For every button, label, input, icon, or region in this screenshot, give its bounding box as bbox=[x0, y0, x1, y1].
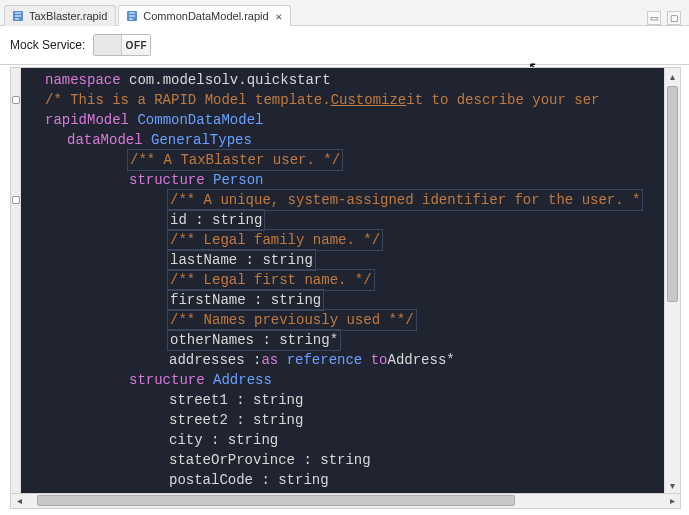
file-icon bbox=[125, 9, 139, 23]
code-line: dataModel GeneralTypes bbox=[41, 130, 664, 150]
editor: namespace com.modelsolv.quickstart /* Th… bbox=[0, 65, 689, 515]
scroll-down-icon[interactable]: ▾ bbox=[665, 477, 680, 493]
scroll-left-icon[interactable]: ◂ bbox=[11, 493, 27, 508]
code-line: /** A TaxBlaster user. */ bbox=[41, 150, 664, 170]
code-line: street2 : string bbox=[41, 410, 664, 430]
toggle-state: OFF bbox=[122, 35, 150, 55]
code-line: /** Legal family name. */ bbox=[41, 230, 664, 250]
code-line: namespace com.modelsolv.quickstart bbox=[41, 70, 664, 90]
fold-marker[interactable] bbox=[12, 196, 20, 204]
scroll-track[interactable] bbox=[665, 84, 680, 477]
fold-gutter[interactable] bbox=[11, 68, 21, 493]
vertical-scrollbar[interactable]: ▴ ▾ bbox=[664, 68, 680, 493]
code-line: /** Names previously used **/ bbox=[41, 310, 664, 330]
code-line: addresses : as reference to Address* bbox=[41, 350, 664, 370]
toolbar: Mock Service: OFF bbox=[0, 26, 689, 65]
code-line: /** A unique, system-assigned identifier… bbox=[41, 190, 664, 210]
code-line: lastName : string bbox=[41, 250, 664, 270]
code-line: rapidModel CommonDataModel bbox=[41, 110, 664, 130]
close-icon[interactable]: ✕ bbox=[273, 10, 283, 23]
file-icon bbox=[11, 9, 25, 23]
tab-taxblaster[interactable]: TaxBlaster.rapid bbox=[4, 5, 116, 26]
code-line: firstName : string bbox=[41, 290, 664, 310]
window-controls: ▭ ▢ bbox=[647, 11, 689, 25]
tab-label: CommonDataModel.rapid bbox=[143, 10, 268, 22]
code-line: structure Person bbox=[41, 170, 664, 190]
line-gutter bbox=[21, 68, 41, 493]
mock-service-toggle[interactable]: OFF bbox=[93, 34, 151, 56]
scroll-thumb[interactable] bbox=[37, 495, 515, 506]
tab-commondatamodel[interactable]: CommonDataModel.rapid ✕ bbox=[118, 5, 291, 26]
tab-bar: TaxBlaster.rapid CommonDataModel.rapid ✕… bbox=[0, 0, 689, 26]
scroll-up-icon[interactable]: ▴ bbox=[665, 68, 680, 84]
mock-service-label: Mock Service: bbox=[10, 38, 85, 52]
scroll-thumb[interactable] bbox=[667, 86, 678, 302]
maximize-button[interactable]: ▢ bbox=[667, 11, 681, 25]
code-line: city : string bbox=[41, 430, 664, 450]
code-line: otherNames : string* bbox=[41, 330, 664, 350]
horizontal-scrollbar[interactable]: ◂ ▸ bbox=[10, 493, 681, 509]
fold-marker[interactable] bbox=[12, 96, 20, 104]
scroll-track[interactable] bbox=[27, 493, 664, 508]
code-line: postalCode : string bbox=[41, 470, 664, 490]
code-line: street1 : string bbox=[41, 390, 664, 410]
code-line: stateOrProvince : string bbox=[41, 450, 664, 470]
code-area[interactable]: namespace com.modelsolv.quickstart /* Th… bbox=[41, 68, 664, 493]
code-line: /* This is a RAPID Model template. Custo… bbox=[41, 90, 664, 110]
scroll-right-icon[interactable]: ▸ bbox=[664, 493, 680, 508]
toggle-knob bbox=[94, 35, 122, 55]
code-line: /** Legal first name. */ bbox=[41, 270, 664, 290]
code-line: structure Address bbox=[41, 370, 664, 390]
tab-label: TaxBlaster.rapid bbox=[29, 10, 107, 22]
minimize-button[interactable]: ▭ bbox=[647, 11, 661, 25]
code-line: id : string bbox=[41, 210, 664, 230]
